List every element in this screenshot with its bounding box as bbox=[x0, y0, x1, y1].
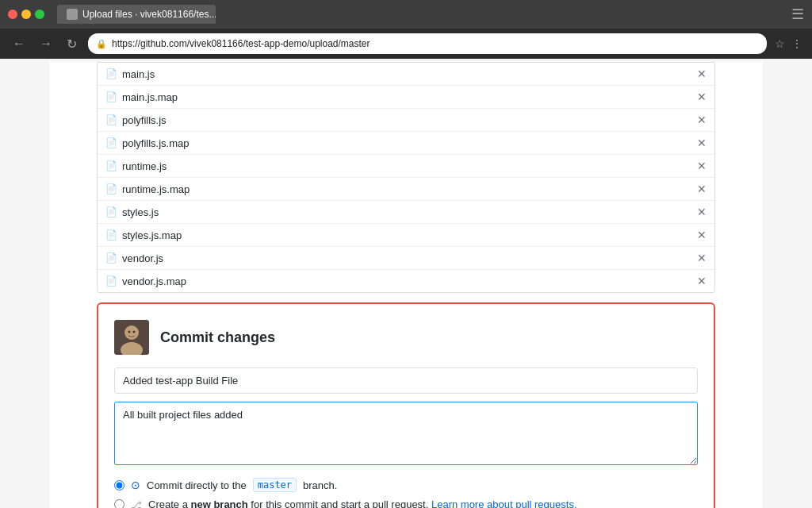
radio-new-label: Create a new branch for this commit and … bbox=[148, 498, 577, 508]
page-content: 📄 main.js ✕ 📄 main.js.map ✕ 📄 polyfills.… bbox=[49, 62, 763, 508]
window-controls[interactable] bbox=[8, 10, 44, 19]
radio-new-input[interactable] bbox=[114, 499, 124, 508]
file-row: 📄 main.js.map ✕ bbox=[98, 86, 714, 109]
file-icon: 📄 bbox=[105, 137, 117, 148]
svg-rect-5 bbox=[114, 320, 149, 355]
star-icon[interactable]: ☆ bbox=[775, 37, 785, 50]
file-name: styles.js.map bbox=[122, 229, 182, 241]
radio-direct-label: Commit directly to the bbox=[147, 479, 247, 491]
branch-name-badge: master bbox=[253, 478, 297, 492]
file-name: styles.js bbox=[122, 206, 159, 218]
file-name-wrap: 📄 vendor.js.map bbox=[105, 275, 186, 287]
tab-favicon bbox=[67, 9, 78, 20]
close-button[interactable] bbox=[8, 10, 17, 19]
file-icon: 📄 bbox=[105, 275, 117, 287]
file-name-wrap: 📄 runtime.js.map bbox=[105, 183, 190, 195]
file-name: main.js.map bbox=[122, 91, 178, 103]
file-remove-button[interactable]: ✕ bbox=[697, 160, 707, 172]
back-button[interactable]: ← bbox=[10, 35, 29, 52]
file-name: runtime.js.map bbox=[122, 183, 190, 195]
file-remove-button[interactable]: ✕ bbox=[697, 67, 707, 80]
file-name-wrap: 📄 main.js.map bbox=[105, 91, 178, 103]
file-icon: 📄 bbox=[105, 114, 117, 125]
file-remove-button[interactable]: ✕ bbox=[697, 252, 707, 264]
commit-header: Commit changes bbox=[114, 320, 698, 355]
file-name-wrap: 📄 polyfills.js bbox=[105, 114, 167, 126]
browser-tab[interactable]: Upload files · vivek081166/tes... ✕ bbox=[57, 5, 216, 24]
file-name: vendor.js bbox=[122, 252, 163, 264]
radio-direct-input[interactable] bbox=[114, 480, 124, 491]
radio-direct-suffix: branch. bbox=[303, 479, 337, 491]
chrome-titlebar: Upload files · vivek081166/tes... ✕ ☰ bbox=[0, 0, 812, 29]
file-name-wrap: 📄 runtime.js bbox=[105, 160, 167, 172]
commit-section: Commit changes All built project files a… bbox=[97, 302, 715, 508]
file-icon: 📄 bbox=[105, 68, 117, 79]
file-row: 📄 runtime.js.map ✕ bbox=[98, 178, 714, 201]
commit-summary-input[interactable] bbox=[114, 368, 698, 394]
commit-title: Commit changes bbox=[160, 329, 275, 346]
file-remove-button[interactable]: ✕ bbox=[697, 229, 707, 241]
file-row: 📄 styles.js ✕ bbox=[98, 201, 714, 224]
avatar bbox=[114, 320, 149, 355]
file-row: 📄 runtime.js ✕ bbox=[98, 155, 714, 178]
forward-button[interactable]: → bbox=[36, 35, 56, 52]
file-icon: 📄 bbox=[105, 206, 117, 217]
tab-title: Upload files · vivek081166/tes... bbox=[82, 9, 216, 20]
file-name-wrap: 📄 vendor.js bbox=[105, 252, 163, 264]
minimize-button[interactable] bbox=[21, 10, 31, 19]
file-row: 📄 polyfills.js.map ✕ bbox=[98, 132, 714, 155]
file-name-wrap: 📄 polyfills.js.map bbox=[105, 137, 190, 149]
refresh-button[interactable]: ↻ bbox=[63, 35, 80, 53]
avatar-image bbox=[114, 320, 149, 355]
file-remove-button[interactable]: ✕ bbox=[697, 275, 707, 287]
file-icon: 📄 bbox=[105, 252, 117, 264]
file-name: main.js bbox=[122, 68, 155, 80]
file-remove-button[interactable]: ✕ bbox=[697, 206, 707, 218]
address-bar[interactable]: 🔒 https://github.com/vivek081166/test-ap… bbox=[88, 33, 767, 54]
file-name: polyfills.js bbox=[122, 114, 167, 126]
url-text: https://github.com/vivek081166/test-app-… bbox=[112, 38, 370, 49]
chrome-menu-icon[interactable]: ☰ bbox=[791, 6, 804, 23]
file-icon: 📄 bbox=[105, 160, 117, 171]
file-row: 📄 polyfills.js ✕ bbox=[98, 109, 714, 132]
file-list: 📄 main.js ✕ 📄 main.js.map ✕ 📄 polyfills.… bbox=[97, 62, 715, 293]
file-name: vendor.js.map bbox=[122, 275, 186, 287]
lock-icon: 🔒 bbox=[96, 39, 107, 49]
file-name-wrap: 📄 styles.js bbox=[105, 206, 159, 218]
radio-direct-branch[interactable]: ⊙ Commit directly to the master branch. bbox=[114, 478, 698, 492]
maximize-button[interactable] bbox=[35, 10, 44, 19]
commit-form: All built project files added ⊙ Commit d… bbox=[114, 368, 698, 508]
learn-more-link[interactable]: Learn more about pull requests. bbox=[431, 498, 577, 508]
file-remove-button[interactable]: ✕ bbox=[697, 183, 707, 195]
chrome-addressbar: ← → ↻ 🔒 https://github.com/vivek081166/t… bbox=[0, 29, 812, 59]
file-name-wrap: 📄 main.js bbox=[105, 68, 155, 80]
file-remove-button[interactable]: ✕ bbox=[697, 137, 707, 149]
commit-description-textarea[interactable]: All built project files added bbox=[114, 402, 698, 465]
radio-new-branch[interactable]: ⎇ Create a new branch for this commit an… bbox=[114, 498, 698, 508]
file-remove-button[interactable]: ✕ bbox=[697, 114, 707, 126]
file-row: 📄 vendor.js ✕ bbox=[98, 247, 714, 270]
file-icon: 📄 bbox=[105, 91, 117, 102]
file-remove-button[interactable]: ✕ bbox=[697, 90, 707, 103]
file-row: 📄 vendor.js.map ✕ bbox=[98, 270, 714, 292]
file-name: polyfills.js.map bbox=[122, 137, 190, 149]
file-row: 📄 styles.js.map ✕ bbox=[98, 224, 714, 247]
file-icon: 📄 bbox=[105, 183, 117, 194]
file-name-wrap: 📄 styles.js.map bbox=[105, 229, 182, 241]
more-icon[interactable]: ⋮ bbox=[791, 37, 802, 50]
file-icon: 📄 bbox=[105, 229, 117, 241]
radio-options: ⊙ Commit directly to the master branch. … bbox=[114, 478, 698, 508]
file-name: runtime.js bbox=[122, 160, 167, 172]
address-actions: ☆ ⋮ bbox=[775, 37, 802, 50]
file-row: 📄 main.js ✕ bbox=[98, 63, 714, 86]
